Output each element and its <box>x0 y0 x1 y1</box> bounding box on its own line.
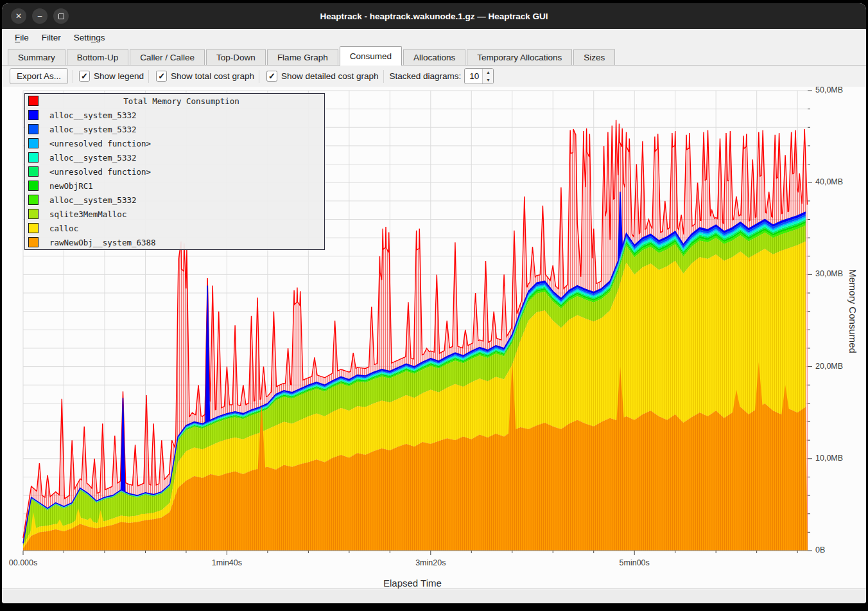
legend-swatch <box>28 138 39 148</box>
tab[interactable]: Allocations <box>403 49 465 65</box>
spin-up-icon[interactable]: ▲ <box>483 69 493 76</box>
legend-swatch <box>28 166 39 177</box>
legend-label: alloc__system_5332 <box>49 195 136 205</box>
y-axis-title: Memory Consumed <box>847 269 858 353</box>
y-tick-label: 50,0MB <box>815 85 853 94</box>
y-tick-label: 10,0MB <box>815 454 853 463</box>
tab-label: Summary <box>18 53 55 62</box>
legend-row: sqlite3MemMalloc <box>25 207 324 221</box>
memory-chart[interactable]: 0B10,0MB20,0MB30,0MB40,0MB50,0MB 00.000s… <box>2 87 866 589</box>
x-axis-title: Elapsed Time <box>383 578 442 589</box>
x-tick-label: 1min40s <box>204 558 249 567</box>
legend-row: rawNewObj__system_6388 <box>25 235 324 249</box>
legend-entries: alloc__system_5332 alloc__system_5332 <u… <box>25 108 324 249</box>
tab-label: Temporary Allocations <box>477 53 562 62</box>
tab[interactable]: Bottom-Up <box>67 49 129 65</box>
legend-swatch <box>28 110 39 120</box>
tab[interactable]: Summary <box>8 49 65 65</box>
tab-bar: Summary Bottom-Up Caller / Callee Top-Do… <box>2 46 866 66</box>
legend-label: alloc__system_5332 <box>49 153 136 163</box>
checkbox-box[interactable]: ✓ <box>266 71 277 82</box>
y-tick-label: 40,0MB <box>815 177 853 186</box>
legend-swatch <box>28 237 39 247</box>
menu-bar: File Filter Settings <box>2 29 866 46</box>
menu-item[interactable]: Filter <box>35 31 67 44</box>
checkbox-box[interactable]: ✓ <box>156 71 167 82</box>
x-tick-label: 5min00s <box>612 558 657 567</box>
checkbox-label: Show detailed cost graph <box>281 71 379 81</box>
legend-row: <unresolved function> <box>25 164 324 179</box>
tab[interactable]: Top-Down <box>206 49 266 65</box>
tab-label: Allocations <box>413 53 455 62</box>
checkbox[interactable]: ✓ Show legend <box>79 70 153 83</box>
legend-swatch <box>28 209 39 219</box>
toolbar-separator <box>73 70 73 83</box>
checkbox-label: Show total cost graph <box>171 71 254 81</box>
tab-label: Caller / Callee <box>140 53 195 62</box>
legend-label: alloc__system_5332 <box>49 125 136 134</box>
tab[interactable]: Flame Graph <box>267 49 338 65</box>
tab[interactable]: Caller / Callee <box>130 49 205 65</box>
app-window: ✕ – Heaptrack - heaptrack.wakunode.1.gz … <box>2 3 866 603</box>
status-strip <box>2 590 866 603</box>
stacked-diagrams-spinbox[interactable]: 10 ▲ ▼ <box>464 68 494 84</box>
checkbox-label: Show legend <box>94 71 144 81</box>
checkbox[interactable]: ✓ Show detailed cost graph <box>266 70 388 83</box>
toolbar-separator <box>259 70 259 83</box>
title-bar: ✕ – Heaptrack - heaptrack.wakunode.1.gz … <box>2 3 866 29</box>
legend-label: alloc__system_5332 <box>49 111 136 120</box>
tab-label: Flame Graph <box>277 53 328 62</box>
legend-title-row: Total Memory Consumption <box>25 94 324 108</box>
legend-swatch <box>28 223 39 233</box>
legend-swatch <box>28 124 39 134</box>
checkbox-group: ✓ Show legend ✓ Show total cost graph ✓ … <box>78 70 390 83</box>
legend-row: <unresolved function> <box>25 136 324 150</box>
export-as-button[interactable]: Export As... <box>10 68 68 84</box>
legend-row: alloc__system_5332 <box>25 150 324 164</box>
y-tick-label: 0B <box>815 545 853 554</box>
tab[interactable]: Sizes <box>573 49 615 65</box>
tab-label: Top-Down <box>216 53 256 62</box>
menu-item[interactable]: File <box>8 31 35 44</box>
legend-row: alloc__system_5332 <box>25 193 324 207</box>
y-tick-label: 20,0MB <box>815 362 853 371</box>
x-tick-label: 3min20s <box>408 558 453 567</box>
legend-label: <unresolved function> <box>49 167 151 177</box>
legend-label: rawNewObj__system_6388 <box>49 238 156 247</box>
legend-label: calloc <box>49 224 78 233</box>
toolbar: Export As... ✓ Show legend ✓ Show total … <box>2 66 866 87</box>
window-title: Heaptrack - heaptrack.wakunode.1.gz — He… <box>2 3 866 29</box>
check-icon: ✓ <box>158 71 165 81</box>
check-icon: ✓ <box>268 71 275 81</box>
legend-swatch <box>28 195 39 205</box>
tab-label: Bottom-Up <box>77 53 119 62</box>
spinbox-arrows: ▲ ▼ <box>482 69 493 84</box>
legend-title: Total Memory Consumption <box>39 96 324 106</box>
legend-label: <unresolved function> <box>49 139 151 148</box>
chart-legend: Total Memory Consumption alloc__system_5… <box>24 93 325 250</box>
check-icon: ✓ <box>81 71 88 81</box>
toolbar-separator <box>383 70 384 83</box>
spinbox-value[interactable]: 10 <box>465 69 482 84</box>
legend-row: alloc__system_5332 <box>25 122 324 136</box>
legend-label: sqlite3MemMalloc <box>49 209 126 219</box>
legend-swatch <box>28 152 39 163</box>
checkbox-box[interactable]: ✓ <box>79 71 90 82</box>
legend-swatch <box>28 181 39 191</box>
legend-swatch <box>28 96 39 106</box>
legend-label: newObjRC1 <box>49 181 93 191</box>
checkbox[interactable]: ✓ Show total cost graph <box>156 70 264 83</box>
tab[interactable]: Consumed <box>340 46 402 66</box>
legend-row: alloc__system_5332 <box>25 108 324 122</box>
legend-row: calloc <box>25 221 324 235</box>
legend-row: newObjRC1 <box>25 179 324 193</box>
spin-down-icon[interactable]: ▼ <box>483 76 493 84</box>
x-tick-label: 00.000s <box>2 558 46 567</box>
stacked-diagrams-label: Stacked diagrams: <box>390 71 462 81</box>
tab[interactable]: Temporary Allocations <box>467 49 572 65</box>
tab-label: Sizes <box>584 53 605 62</box>
menu-item[interactable]: Settings <box>67 31 112 44</box>
toolbar-separator <box>148 70 149 83</box>
tab-label: Consumed <box>350 51 392 61</box>
